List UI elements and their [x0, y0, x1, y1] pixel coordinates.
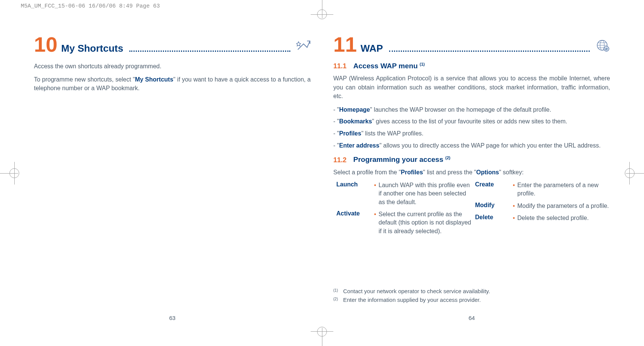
- term: Bookmarks: [339, 118, 372, 125]
- text: Access WAP menu: [353, 62, 418, 70]
- shortcuts-icon: [296, 39, 311, 52]
- option-row: Modify Modify the parameters of a profil…: [475, 202, 610, 210]
- chapter-title: My Shortcuts: [61, 43, 123, 54]
- crop-mark-top: [311, 0, 333, 18]
- options-grid: Launch Launch WAP with this profile even…: [333, 181, 610, 239]
- footnote: (1) Contact your network operator to che…: [333, 287, 490, 295]
- chapter-number: 11: [333, 34, 357, 55]
- term: Options: [476, 169, 499, 175]
- page-spread: 10 My Shortcuts Access the own shortcuts…: [23, 30, 621, 323]
- text: " allows you to directly access the WAP …: [379, 142, 601, 149]
- options-column-left: Launch Launch WAP with this profile even…: [336, 181, 471, 239]
- text: - ": [333, 142, 339, 149]
- wap-menu-list: - "Homepage" launches the WAP browser on…: [333, 105, 610, 150]
- chapter-title: WAP: [360, 43, 383, 54]
- text: - ": [333, 118, 339, 125]
- footnote-mark: (2): [333, 296, 343, 304]
- option-term: Activate: [336, 210, 374, 235]
- option-desc: Delete the selected profile.: [513, 214, 589, 222]
- text: - ": [333, 130, 339, 137]
- list-item: - "Enter address" allows you to directly…: [333, 141, 610, 151]
- footnote-mark: (1): [333, 287, 343, 295]
- option-row: Create Enter the parameters of a new pro…: [475, 181, 610, 198]
- option-term: Launch: [336, 181, 374, 206]
- term-my-shortcuts: My Shortcuts: [135, 76, 173, 83]
- crop-mark-bottom: [311, 328, 333, 346]
- option-desc: Launch WAP with this profile even if ano…: [374, 181, 471, 206]
- footnote-text: Enter the information supplied by your a…: [343, 296, 481, 304]
- text: " softkey:: [499, 169, 523, 175]
- option-row: Activate Select the current profile as t…: [336, 210, 471, 235]
- chapter-heading-10: 10 My Shortcuts: [34, 34, 311, 55]
- section-number: 11.2: [333, 156, 347, 164]
- term: Homepage: [339, 106, 370, 113]
- text: - ": [333, 106, 339, 113]
- option-row: Delete Delete the selected profile.: [475, 214, 610, 222]
- section-11-2-heading: 11.2 Programming your access (2): [333, 155, 610, 164]
- list-item: - "Homepage" launches the WAP browser on…: [333, 105, 610, 115]
- text: " list and press the ": [423, 169, 476, 175]
- crop-mark-right: [626, 162, 644, 185]
- section-title: Access WAP menu (1): [353, 62, 425, 70]
- option-desc: Enter the parameters of a new profile.: [513, 181, 610, 198]
- svg-text:@: @: [605, 47, 608, 51]
- leader-dots: [389, 51, 590, 52]
- wap-intro: WAP (Wireless Application Protocol) is a…: [333, 74, 610, 100]
- leader-dots: [129, 51, 290, 52]
- text: " launches the WAP browser on the homepa…: [370, 106, 551, 113]
- text: " gives access to the list of your favou…: [372, 118, 567, 125]
- sec2-intro: Select a profile from the "Profiles" lis…: [333, 168, 610, 177]
- text: Select a profile from the ": [333, 169, 401, 175]
- option-row: Launch Launch WAP with this profile even…: [336, 181, 471, 206]
- option-term: Create: [475, 181, 513, 198]
- chapter-number: 10: [34, 34, 57, 55]
- footnote: (2) Enter the information supplied by yo…: [333, 296, 490, 304]
- list-item: - "Profiles" lists the WAP profiles.: [333, 129, 610, 138]
- term: Enter address: [339, 142, 379, 149]
- page-left: 10 My Shortcuts Access the own shortcuts…: [23, 30, 322, 323]
- option-desc: Modify the parameters of a profile.: [513, 202, 609, 210]
- section-number: 11.1: [333, 62, 347, 70]
- globe-wap-icon: @: [596, 39, 610, 52]
- options-column-right: Create Enter the parameters of a new pro…: [475, 181, 610, 239]
- crop-mark-left: [0, 162, 18, 185]
- term: Profiles: [339, 130, 361, 137]
- para-access: Access the own shortcuts already program…: [34, 62, 311, 71]
- option-term: Modify: [475, 202, 513, 210]
- footnote-ref: (2): [445, 155, 450, 160]
- text: Programming your access: [353, 156, 443, 164]
- list-item: - "Bookmarks" gives access to the list o…: [333, 117, 610, 126]
- page-right: 11 WAP @ 11.1 Access WAP menu (1) WAP (W…: [322, 30, 621, 323]
- page-number-right: 64: [469, 315, 475, 321]
- option-term: Delete: [475, 214, 513, 222]
- footnote-text: Contact your network operator to check s…: [343, 287, 490, 295]
- term: Profiles: [401, 169, 423, 175]
- section-11-1-heading: 11.1 Access WAP menu (1): [333, 62, 610, 70]
- section-title: Programming your access (2): [353, 155, 450, 164]
- footnotes: (1) Contact your network operator to che…: [333, 287, 490, 304]
- footnote-ref: (1): [420, 62, 425, 66]
- text: To programme new shortcuts, select ": [34, 76, 135, 83]
- para-programme: To programme new shortcuts, select "My S…: [34, 75, 311, 92]
- print-header: M5A_UM_FCC_15-06-06 16/06/06 8:49 Page 6…: [21, 3, 160, 9]
- text: " lists the WAP profiles.: [361, 130, 423, 137]
- chapter-heading-11: 11 WAP @: [333, 34, 610, 55]
- option-desc: Select the current profile as the defaul…: [374, 210, 471, 235]
- page-number-left: 63: [169, 315, 176, 321]
